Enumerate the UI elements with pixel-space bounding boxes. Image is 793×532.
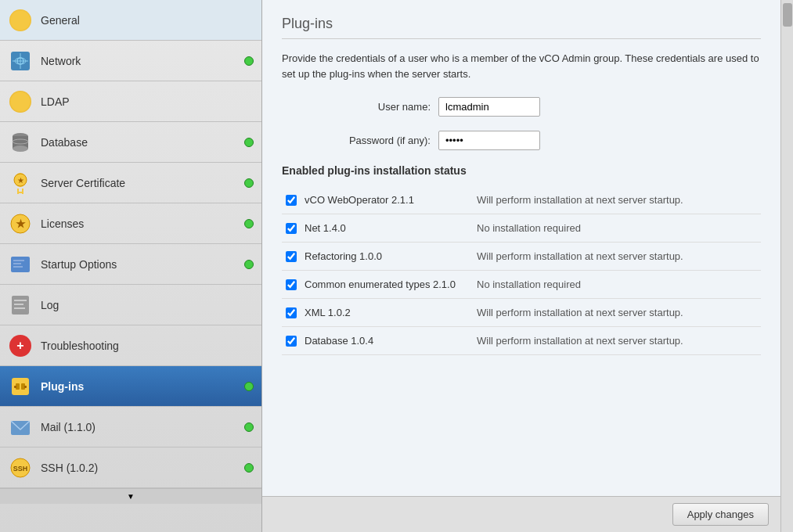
password-row: Password (if any): [329,131,761,150]
plugin-row: XML 1.0.2 Will perform installation at n… [282,299,761,327]
svg-rect-23 [14,304,23,305]
svg-rect-20 [13,266,23,268]
plugin-status-3: No installation required [477,279,581,290]
sidebar-label-ldap: LDAP [41,95,70,108]
plugin-name-2: Refactoring 1.0.0 [305,250,477,262]
plugin-name-1: Net 1.4.0 [305,222,477,234]
main-content: Plug-ins Provide the credentials of a us… [262,0,780,532]
plugins-list: vCO WebOperator 2.1.1 Will perform insta… [282,186,761,355]
sidebar-item-startup-options[interactable]: Startup Options [0,244,261,285]
plugin-name-3: Common enumerated types 2.1.0 [305,279,477,290]
page-description: Provide the credentials of a user who is… [282,51,761,81]
plugin-row: Refactoring 1.0.0 Will perform installat… [282,243,761,271]
plugin-status-5: Will perform installation at next server… [477,335,683,347]
plugins-status-dot [244,382,254,391]
svg-rect-18 [13,260,24,261]
sidebar-item-plug-ins[interactable]: Plug-ins [0,366,261,407]
trouble-icon: + [8,333,33,358]
sidebar-item-network[interactable]: Network [0,41,261,81]
network-icon [8,49,33,74]
sidebar-item-ssh[interactable]: SSH SSH (1.0.2) [0,448,261,488]
bottom-bar: Apply changes [262,496,780,532]
app-container: General Network LDAP [0,0,793,532]
password-input[interactable] [438,131,540,150]
cert-icon: ★ [8,171,33,196]
log-icon [8,293,33,318]
sidebar-label-licenses: Licenses [41,217,84,230]
plugins-section-title: Enabled plug-ins installation status [282,164,761,177]
ldap-icon [8,89,33,114]
svg-point-7 [13,146,28,152]
sidebar-label-general: General [41,14,80,27]
svg-rect-24 [14,307,25,309]
svg-text:★: ★ [16,217,26,230]
plugin-name-0: vCO WebOperator 2.1.1 [305,194,477,206]
sidebar-item-server-certificate[interactable]: ★ Server Certificate [0,163,261,203]
general-icon [8,8,33,33]
password-label: Password (if any): [329,135,431,146]
sidebar-label-log: Log [41,299,59,311]
username-row: User name: [329,97,761,117]
ssh-icon: SSH [8,455,33,480]
sidebar: General Network LDAP [0,0,262,532]
network-status-dot [244,56,254,66]
sidebar-label-database: Database [41,136,88,149]
sidebar-label-server-certificate: Server Certificate [41,177,125,189]
content-area: Plug-ins Provide the credentials of a us… [262,0,780,496]
scrollbar-thumb [783,3,792,27]
sidebar-scroll-down[interactable]: ▼ [0,488,261,504]
mail-icon [8,415,33,440]
licenses-status-dot [244,219,254,228]
database-icon [8,130,33,155]
plugin-checkbox-3[interactable] [286,279,297,290]
plugin-status-0: Will perform installation at next server… [477,194,683,206]
sidebar-label-ssh: SSH (1.0.2) [41,462,98,474]
plugin-name-5: Database 1.0.4 [305,335,477,347]
svg-text:★: ★ [17,176,24,185]
sidebar-label-network: Network [41,55,81,67]
plugin-status-4: Will perform installation at next server… [477,307,683,318]
plugin-checkbox-4[interactable] [286,307,297,318]
plugin-row: vCO WebOperator 2.1.1 Will perform insta… [282,186,761,214]
sidebar-item-ldap[interactable]: LDAP [0,81,261,122]
cert-status-dot [244,178,254,188]
sidebar-item-log[interactable]: Log [0,285,261,325]
plugins-icon [8,374,33,399]
plugin-row: Net 1.4.0 No installation required [282,214,761,243]
sidebar-label-mail: Mail (1.1.0) [41,421,96,433]
sidebar-label-startup-options: Startup Options [41,258,117,271]
apply-changes-button[interactable]: Apply changes [672,503,769,526]
plugin-checkbox-0[interactable] [286,195,297,206]
plugin-status-2: Will perform installation at next server… [477,250,683,262]
sidebar-label-plug-ins: Plug-ins [41,380,84,393]
content-scrollbar[interactable] [780,0,793,532]
plugin-checkbox-2[interactable] [286,251,297,262]
username-label: User name: [329,101,431,113]
startup-icon [8,252,33,277]
mail-status-dot [244,422,254,432]
username-input[interactable] [438,97,540,117]
sidebar-item-troubleshooting[interactable]: + Troubleshooting [0,325,261,366]
sidebar-item-database[interactable]: Database [0,122,261,163]
plugin-status-1: No installation required [477,222,581,234]
plugin-checkbox-5[interactable] [286,336,297,347]
sidebar-item-mail[interactable]: Mail (1.1.0) [0,407,261,448]
content-right: Plug-ins Provide the credentials of a us… [262,0,793,532]
svg-rect-22 [14,300,27,301]
svg-rect-28 [14,386,16,388]
plugin-row: Common enumerated types 2.1.0 No install… [282,271,761,299]
svg-rect-19 [13,263,21,264]
plugin-row: Database 1.0.4 Will perform installation… [282,327,761,355]
plugin-name-4: XML 1.0.2 [305,307,477,318]
svg-rect-29 [24,386,27,388]
svg-text:SSH: SSH [13,465,28,473]
startup-status-dot [244,260,254,269]
svg-rect-14 [17,192,23,193]
database-status-dot [244,138,254,147]
page-title: Plug-ins [282,16,761,39]
plugin-checkbox-1[interactable] [286,223,297,234]
sidebar-item-general[interactable]: General [0,0,261,41]
licenses-icon: ★ [8,211,33,236]
sidebar-item-licenses[interactable]: ★ Licenses [0,203,261,244]
sidebar-label-troubleshooting: Troubleshooting [41,340,119,352]
